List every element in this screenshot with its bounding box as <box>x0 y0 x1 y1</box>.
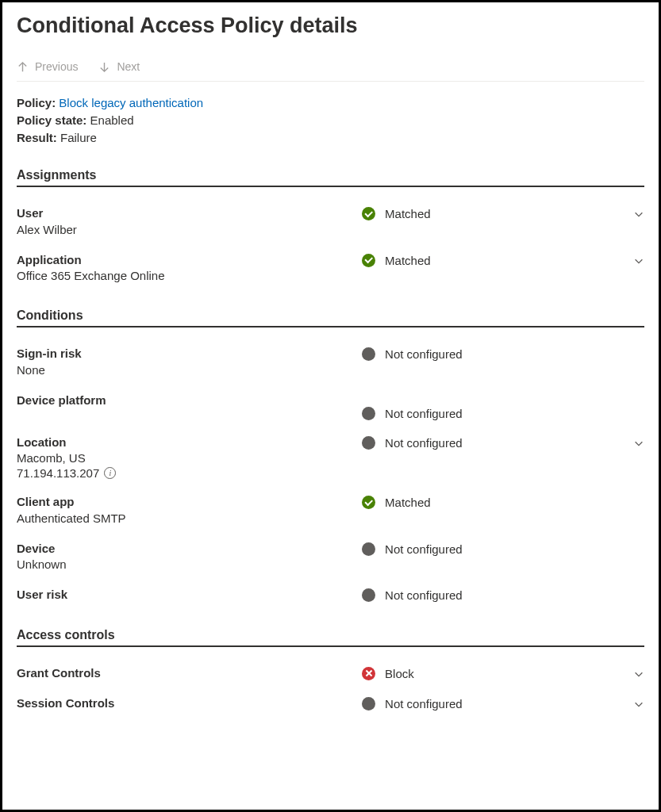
chevron-down-icon <box>633 699 644 710</box>
info-icon[interactable]: i <box>104 467 116 479</box>
application-label: Application <box>17 252 362 268</box>
location-label: Location <box>17 435 362 450</box>
chevron-down-icon <box>633 438 644 449</box>
client-app-label: Client app <box>17 494 362 510</box>
check-icon <box>362 496 375 509</box>
chevron-down-icon <box>633 255 644 266</box>
policy-label: Policy: <box>17 96 56 109</box>
arrow-up-icon <box>17 61 29 73</box>
section-conditions: Conditions <box>17 308 644 327</box>
dot-icon <box>362 436 375 450</box>
grant-controls-label: Grant Controls <box>17 665 362 681</box>
previous-label: Previous <box>35 60 78 73</box>
user-risk-label: User risk <box>17 587 362 603</box>
result-value: Failure <box>60 131 97 144</box>
policy-meta: Policy: Block legacy authentication Poli… <box>17 94 644 146</box>
application-status: Matched <box>385 254 431 267</box>
next-label: Next <box>117 60 140 73</box>
dot-icon <box>362 347 375 361</box>
row-application[interactable]: Application Office 365 Exchange Online M… <box>17 245 644 292</box>
row-client-app: Client app Authenticated SMTP Matched <box>17 487 644 534</box>
session-controls-label: Session Controls <box>17 695 362 711</box>
policy-state-value: Enabled <box>90 113 134 127</box>
arrow-down-icon <box>98 61 110 73</box>
row-location[interactable]: Location Macomb, US 71.194.113.207 i Not… <box>17 427 644 488</box>
application-value: Office 365 Exchange Online <box>17 268 362 284</box>
result-label: Result: <box>17 131 57 144</box>
dot-icon <box>362 407 375 420</box>
device-platform-status: Not configured <box>385 407 463 420</box>
location-ip: 71.194.113.207 <box>17 466 99 480</box>
dot-icon <box>362 588 375 602</box>
error-icon <box>362 667 375 680</box>
previous-button[interactable]: Previous <box>17 60 78 73</box>
page-title: Conditional Access Policy details <box>17 13 644 38</box>
user-status: Matched <box>385 207 431 220</box>
device-status: Not configured <box>385 542 463 556</box>
policy-state-label: Policy state: <box>17 113 86 127</box>
dot-icon <box>362 697 375 710</box>
user-label: User <box>17 205 362 221</box>
device-platform-label: Device platform <box>17 393 362 408</box>
user-risk-status: Not configured <box>385 588 463 602</box>
device-value: Unknown <box>17 557 362 573</box>
next-button[interactable]: Next <box>98 60 140 73</box>
check-icon <box>362 207 375 220</box>
row-signin-risk: Sign-in risk None Not configured <box>17 339 644 385</box>
row-user-risk: User risk Not configured <box>17 580 644 610</box>
user-value: Alex Wilber <box>17 222 362 238</box>
location-value: Macomb, US <box>17 450 362 466</box>
row-device: Device Unknown Not configured <box>17 534 644 580</box>
check-icon <box>362 254 375 267</box>
policy-link[interactable]: Block legacy authentication <box>59 96 203 109</box>
dot-icon <box>362 542 375 556</box>
signin-risk-value: None <box>17 362 362 378</box>
row-device-platform: Device platform Not configured <box>17 385 644 427</box>
signin-risk-label: Sign-in risk <box>17 346 362 362</box>
chevron-down-icon <box>633 209 644 220</box>
session-controls-status: Not configured <box>385 697 463 710</box>
row-session-controls[interactable]: Session Controls Not configured <box>17 688 644 711</box>
device-label: Device <box>17 541 362 557</box>
location-status: Not configured <box>385 436 463 450</box>
section-access-controls: Access controls <box>17 628 644 647</box>
signin-risk-status: Not configured <box>385 347 463 361</box>
client-app-status: Matched <box>385 496 431 509</box>
grant-controls-status: Block <box>385 667 414 680</box>
client-app-value: Authenticated SMTP <box>17 511 362 527</box>
section-assignments: Assignments <box>17 168 644 187</box>
row-user[interactable]: User Alex Wilber Matched <box>17 198 644 245</box>
row-grant-controls[interactable]: Grant Controls Block <box>17 658 644 688</box>
nav-bar: Previous Next <box>17 60 644 82</box>
chevron-down-icon <box>633 668 644 680</box>
